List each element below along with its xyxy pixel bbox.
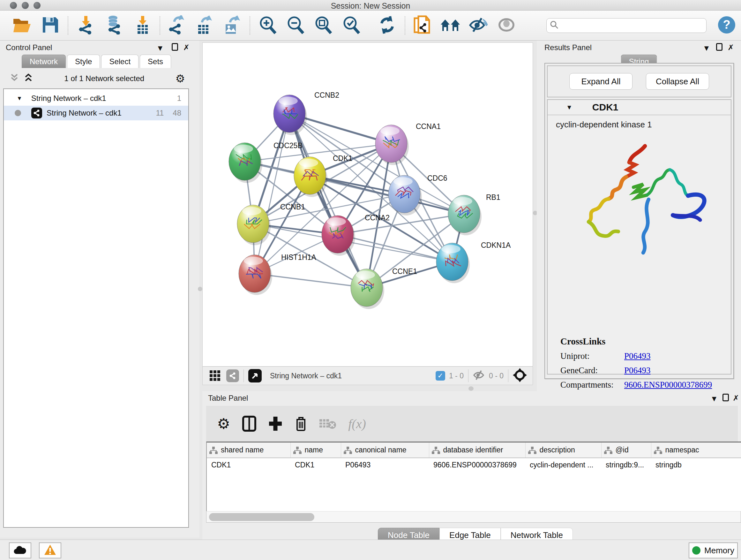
entry-description: cyclin-dependent kinase 1: [548, 115, 731, 130]
node-result-header[interactable]: ▼ CDK1: [548, 100, 731, 115]
table-cell[interactable]: stringdb:9...: [601, 458, 651, 472]
table-cell[interactable]: cyclin-dependent ...: [525, 458, 601, 472]
table-header-row: shared namenamecanonical namedatabase id…: [207, 442, 741, 458]
string-home-button[interactable]: [440, 15, 461, 36]
table-cell[interactable]: P06493: [341, 458, 429, 472]
save-session-button[interactable]: [40, 15, 61, 36]
memory-button[interactable]: Memory: [689, 543, 738, 558]
import-network-button[interactable]: [76, 15, 97, 36]
houses-icon: [440, 16, 461, 35]
search-input[interactable]: [559, 21, 699, 30]
hidden-eye-slash-icon[interactable]: [473, 370, 485, 381]
show-columns-icon[interactable]: [242, 416, 256, 432]
table-cell[interactable]: CDK1: [207, 458, 290, 472]
eye-icon: [497, 17, 516, 34]
tab-style[interactable]: Style: [67, 55, 100, 68]
selected-filter-checkbox[interactable]: ✓: [435, 371, 445, 381]
export-table-button[interactable]: [193, 15, 214, 36]
control-panel: Control Panel ▼ ✗ Network Style Select S…: [0, 41, 199, 538]
tree-expander-icon[interactable]: ▼: [17, 95, 22, 102]
tab-sets[interactable]: Sets: [140, 55, 171, 68]
node-label-RB1: RB1: [486, 193, 500, 201]
column-header-canonical-name[interactable]: canonical name: [341, 442, 429, 458]
network-options-gear-icon[interactable]: ⚙: [176, 72, 185, 85]
zoom-fit-button[interactable]: [313, 15, 334, 36]
string-network-graph[interactable]: CCNB2CCNA1CDC25BCDK1CDC6RB1CCNB1CCNA2CDK…: [203, 43, 533, 366]
import-network-from-database-button[interactable]: [104, 15, 125, 36]
crosslink-link[interactable]: P06493: [624, 366, 712, 375]
expand-all-networks-icon[interactable]: [23, 73, 33, 84]
crosslink-label: Uniprot:: [560, 351, 624, 361]
table-horizontal-scrollbar[interactable]: [206, 511, 741, 523]
open-session-button[interactable]: [11, 15, 32, 36]
crosslink-link[interactable]: 9606.ENSP00000378699: [624, 380, 712, 390]
apply-layout-button[interactable]: [377, 15, 398, 36]
panel-collapse-icon[interactable]: ▼: [711, 394, 718, 403]
zoom-out-button[interactable]: [285, 15, 306, 36]
column-header-shared-name[interactable]: shared name: [207, 442, 290, 458]
delete-column-trash-icon[interactable]: [294, 416, 307, 432]
panel-float-icon[interactable]: [723, 394, 729, 401]
warnings-button[interactable]: [39, 543, 61, 558]
import-table-button[interactable]: [132, 15, 153, 36]
panel-float-icon[interactable]: [716, 43, 723, 51]
expand-all-button[interactable]: Expand All: [569, 73, 632, 90]
table-row[interactable]: CDK1CDK1P064939606.ENSP00000378699cyclin…: [207, 458, 741, 472]
network-edge[interactable]: [255, 144, 391, 273]
network-collection-row[interactable]: ▼ String Network – cdk1 1: [4, 91, 188, 106]
open-in-window-icon[interactable]: [248, 369, 262, 382]
tab-network[interactable]: Network: [22, 55, 66, 68]
create-column-plus-icon[interactable]: [268, 416, 282, 431]
window-title: Session: New Session: [0, 1, 741, 10]
column-header-description[interactable]: description: [525, 442, 601, 458]
string-badge-icon[interactable]: [226, 369, 239, 382]
panel-collapse-icon[interactable]: ▼: [156, 44, 164, 53]
hide-glass-button[interactable]: [468, 15, 489, 36]
network-edge[interactable]: [289, 114, 367, 288]
panel-close-icon[interactable]: ✗: [183, 43, 190, 52]
column-header-name[interactable]: name: [290, 442, 341, 458]
crosslink-link[interactable]: P06493: [624, 351, 712, 361]
fit-content-crosshair-icon[interactable]: [513, 368, 527, 383]
collapse-all-networks-icon[interactable]: [10, 73, 19, 84]
table-cell[interactable]: 9606.ENSP00000378699: [429, 458, 525, 472]
node-label-CCNA2: CCNA2: [365, 213, 390, 222]
left-splitter-grip[interactable]: [198, 287, 202, 291]
column-header-label: canonical name: [355, 446, 407, 454]
export-table-icon: [194, 15, 213, 36]
table-cell[interactable]: stringdb: [651, 458, 741, 472]
export-network-button[interactable]: [166, 15, 188, 36]
zoom-in-button[interactable]: [257, 15, 278, 36]
scrollbar-thumb[interactable]: [209, 513, 314, 521]
network-view-canvas[interactable]: CCNB2CCNA1CDC25BCDK1CDC6RB1CCNB1CCNA2CDK…: [202, 43, 533, 367]
column-header-database-identifier[interactable]: database identifier: [429, 442, 525, 458]
column-header-label: name: [305, 446, 323, 454]
show-glass-button[interactable]: [496, 15, 517, 36]
panel-close-icon[interactable]: ✗: [733, 394, 739, 402]
column-header-label: shared name: [221, 446, 264, 454]
panel-float-icon[interactable]: [172, 43, 178, 51]
table-cell[interactable]: CDK1: [290, 458, 341, 472]
network-row[interactable]: String Network – cdk1 11 48: [4, 106, 188, 120]
cloud-status-button[interactable]: [9, 543, 31, 558]
entry-expander-icon[interactable]: ▼: [566, 104, 572, 111]
export-image-button[interactable]: [221, 15, 242, 36]
bottom-splitter-grip[interactable]: [468, 386, 474, 391]
collapse-all-button[interactable]: Collapse All: [646, 73, 709, 90]
network-label: String Network – cdk1: [47, 109, 122, 118]
tab-select[interactable]: Select: [101, 55, 138, 68]
network-edge[interactable]: [255, 114, 289, 273]
zoom-selected-button[interactable]: [341, 15, 362, 36]
function-builder-button[interactable]: f(x): [348, 416, 366, 431]
table-options-gear-icon[interactable]: ⚙: [217, 415, 230, 432]
column-header-namespac[interactable]: namespac: [651, 442, 741, 458]
column-header-@id[interactable]: @id: [601, 442, 651, 458]
network-selection-status: 1 of 1 Network selected: [33, 74, 176, 83]
panel-close-icon[interactable]: ✗: [728, 43, 734, 52]
panel-collapse-icon[interactable]: ▼: [703, 44, 711, 53]
string-protein-query-button[interactable]: [412, 15, 433, 36]
help-button[interactable]: ?: [716, 15, 737, 36]
birds-eye-view-icon[interactable]: [210, 370, 220, 381]
results-panel-title: Results Panel: [544, 43, 592, 52]
delete-table-icon[interactable]: [320, 418, 336, 429]
